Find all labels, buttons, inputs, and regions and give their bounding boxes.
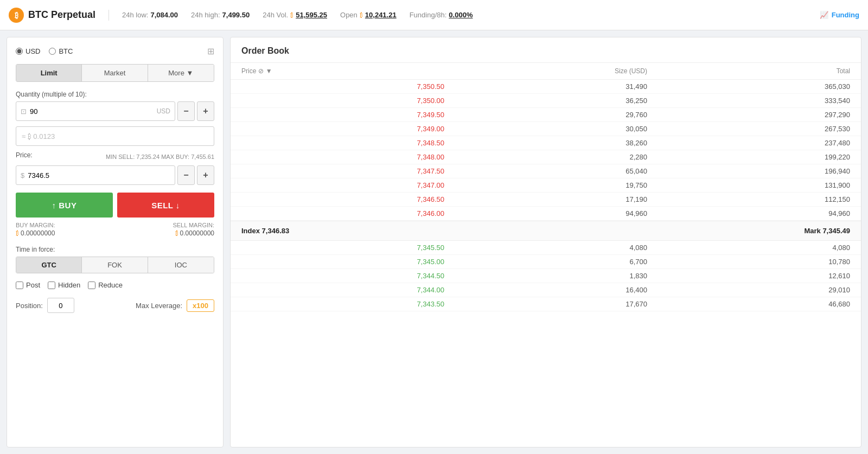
- funding-chart-icon: 📈: [820, 11, 828, 19]
- orderbook-panel: Order Book Price ⊘ ▼ Size (USD) Total 7,…: [230, 37, 861, 447]
- tab-more-label: More ▼: [168, 69, 193, 77]
- reduce-label: Reduce: [98, 281, 123, 289]
- reduce-checkbox[interactable]: Reduce: [88, 281, 123, 289]
- stat-open: Open ₿ 10,241.21: [340, 11, 397, 19]
- tab-more[interactable]: More ▼: [148, 65, 214, 81]
- col-size: Size (USD): [444, 67, 647, 75]
- sell-total: 267,530: [647, 125, 850, 133]
- sell-row: 7,346.50 17,190 112,150: [231, 193, 861, 207]
- sell-price: 7,349.50: [241, 111, 444, 119]
- buy-margin-amount: 0.00000000: [21, 229, 55, 237]
- mark-label: Mark: [804, 227, 820, 235]
- filter-icon[interactable]: ⊘ ▼: [258, 67, 272, 75]
- buy-total: 29,010: [647, 286, 850, 294]
- sell-size: 38,260: [444, 139, 647, 147]
- tab-limit[interactable]: Limit: [16, 65, 82, 81]
- buy-total: 46,680: [647, 300, 850, 308]
- currency-radio-group: USD BTC: [16, 47, 73, 55]
- quantity-minus-button[interactable]: −: [177, 101, 195, 121]
- mark-value: 7,345.49: [822, 227, 850, 235]
- sell-total: 112,150: [647, 195, 850, 203]
- sell-total: 199,220: [647, 153, 850, 161]
- quantity-plus-button[interactable]: +: [197, 101, 214, 121]
- tab-ioc[interactable]: IOC: [148, 257, 214, 273]
- buy-price: 7,345.00: [241, 258, 444, 266]
- hidden-checkbox-input[interactable]: [48, 282, 55, 289]
- radio-usd-input[interactable]: [16, 48, 23, 55]
- btc-approx-display: ≈ ₿ 0.0123: [16, 126, 214, 146]
- header-title: ₿ BTC Perpetual: [9, 8, 95, 23]
- radio-usd-label: USD: [25, 47, 40, 55]
- instrument-name: BTC Perpetual: [28, 9, 95, 21]
- sell-price: 7,350.00: [241, 97, 444, 105]
- sell-total: 237,480: [647, 139, 850, 147]
- leverage-badge[interactable]: x100: [187, 299, 214, 312]
- radio-btc[interactable]: BTC: [49, 47, 73, 55]
- sell-button[interactable]: SELL ↓: [117, 193, 214, 218]
- tif-tabs: GTC FOK IOC: [16, 257, 214, 273]
- sell-row: 7,350.50 31,490 365,030: [231, 80, 861, 94]
- sell-margin-amount: 0.00000000: [180, 229, 214, 237]
- btc-sym-sell: ₿: [175, 230, 178, 236]
- tab-fok[interactable]: FOK: [82, 257, 148, 273]
- sell-row: 7,348.50 38,260 237,480: [231, 136, 861, 150]
- post-checkbox[interactable]: Post: [16, 281, 40, 289]
- sell-size: 94,960: [444, 209, 647, 218]
- buy-button[interactable]: ↑ BUY: [16, 193, 113, 218]
- sell-margin-label: SELL MARGIN:: [173, 222, 214, 228]
- action-buttons: ↑ BUY SELL ↓: [16, 193, 214, 218]
- radio-usd[interactable]: USD: [16, 47, 40, 55]
- buy-row: 7,344.50 1,830 12,610: [231, 269, 861, 283]
- sell-price: 7,347.50: [241, 167, 444, 175]
- buy-margin-label: BUY MARGIN:: [16, 222, 55, 228]
- sell-price: 7,350.50: [241, 82, 444, 91]
- price-limits: MIN SELL: 7,235.24 MAX BUY: 7,455.61: [106, 154, 214, 160]
- calculator-icon[interactable]: ⊞: [207, 46, 214, 56]
- buy-row: 7,343.50 17,670 46,680: [231, 297, 861, 311]
- leverage-wrapper: Max Leverage: x100: [136, 299, 214, 312]
- header: ₿ BTC Perpetual 24h low: 7,084.00 24h hi…: [0, 0, 868, 30]
- stat-funding: Funding/8h: 0.000%: [410, 11, 473, 19]
- radio-btc-label: BTC: [59, 47, 73, 55]
- position-input[interactable]: [47, 298, 74, 313]
- buy-rows: 7,345.50 4,080 4,080 7,345.00 6,700 10,7…: [231, 241, 861, 311]
- sell-row: 7,349.50 29,760 297,290: [231, 108, 861, 122]
- sell-total: 297,290: [647, 111, 850, 119]
- price-plus-button[interactable]: +: [197, 165, 214, 185]
- hidden-label: Hidden: [58, 281, 80, 289]
- position-row: Position: Max Leverage: x100: [16, 298, 214, 313]
- sell-row: 7,349.00 30,050 267,530: [231, 122, 861, 136]
- tab-gtc[interactable]: GTC: [16, 257, 82, 273]
- btc-sym-buy: ₿: [16, 230, 19, 236]
- price-minus-button[interactable]: −: [177, 165, 195, 185]
- quantity-input[interactable]: [30, 107, 157, 116]
- sell-price: 7,349.00: [241, 125, 444, 133]
- buy-price: 7,344.50: [241, 272, 444, 280]
- sell-price: 7,348.00: [241, 153, 444, 161]
- hidden-checkbox[interactable]: Hidden: [48, 281, 80, 289]
- divider: [108, 10, 109, 21]
- sell-row: 7,347.50 65,040 196,940: [231, 164, 861, 178]
- price-row-header: Price: MIN SELL: 7,235.24 MAX BUY: 7,455…: [16, 151, 214, 162]
- buy-row: 7,344.00 16,400 29,010: [231, 283, 861, 297]
- price-input-wrapper: $: [16, 165, 175, 185]
- radio-btc-input[interactable]: [49, 48, 56, 55]
- sell-total: 94,960: [647, 209, 850, 218]
- sell-size: 65,040: [444, 167, 647, 175]
- sell-size: 2,280: [444, 153, 647, 161]
- stat-24h-high-value: 7,499.50: [222, 11, 250, 19]
- price-input[interactable]: [28, 171, 170, 180]
- buy-total: 10,780: [647, 258, 850, 266]
- buy-size: 6,700: [444, 258, 647, 266]
- stat-open-label: Open: [340, 11, 358, 19]
- quantity-input-row: ⊡ USD − +: [16, 101, 214, 121]
- sell-row: 7,350.00 36,250 333,540: [231, 94, 861, 108]
- tab-market[interactable]: Market: [82, 65, 148, 81]
- post-checkbox-input[interactable]: [16, 282, 23, 289]
- dollar-icon: $: [21, 171, 24, 180]
- funding-link[interactable]: 📈 Funding: [820, 11, 859, 19]
- stat-funding-value: 0.000%: [449, 11, 473, 19]
- reduce-checkbox-input[interactable]: [88, 282, 95, 289]
- copy-icon: ⊡: [21, 107, 27, 116]
- stat-24h-vol: 24h Vol. ₿ 51,595.25: [263, 11, 327, 19]
